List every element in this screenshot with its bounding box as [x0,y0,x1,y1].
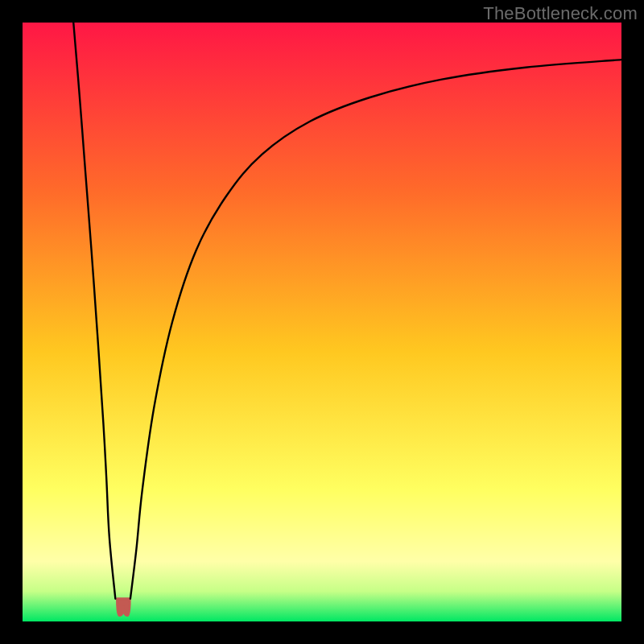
watermark-text: TheBottleneck.com [483,3,638,24]
marker-u-shape [118,599,130,616]
chart-svg [23,23,621,621]
plot-area [23,23,621,621]
gradient-background [23,23,621,621]
chart-frame: TheBottleneck.com [0,0,644,644]
